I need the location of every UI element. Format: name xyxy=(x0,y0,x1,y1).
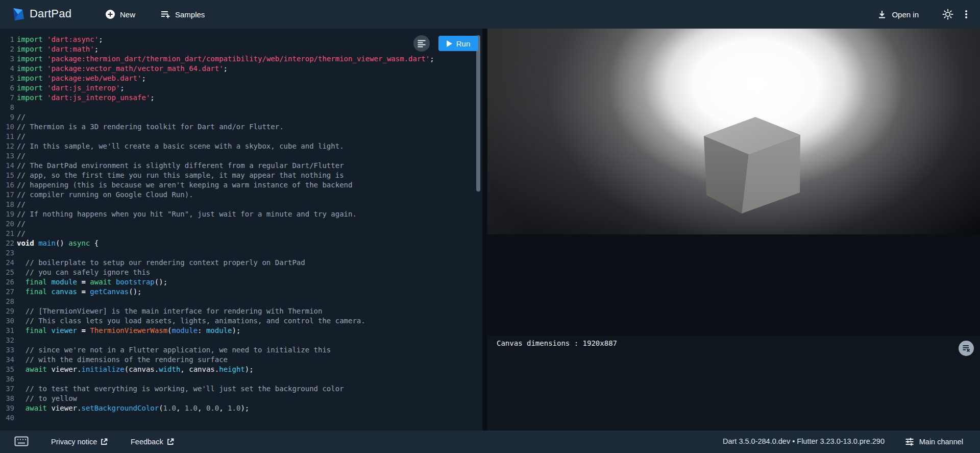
line-number: 20 xyxy=(0,219,14,229)
code-line: 24 // boilerplate to setup our rendering… xyxy=(0,258,434,268)
code-line: 9// xyxy=(0,112,434,122)
overflow-menu-button[interactable] xyxy=(961,9,972,20)
line-number: 29 xyxy=(0,306,14,316)
play-icon xyxy=(447,40,452,47)
code-line: 38 // to yellow xyxy=(0,394,434,403)
line-number: 24 xyxy=(0,258,14,268)
code-area: 1import 'dart:async';2import 'dart:math'… xyxy=(0,35,434,423)
code-line: 37 // to test that everything is working… xyxy=(0,384,434,394)
privacy-notice-label: Privacy notice xyxy=(51,438,97,446)
line-number: 17 xyxy=(0,190,14,200)
line-number: 23 xyxy=(0,248,14,258)
format-button[interactable] xyxy=(413,35,430,52)
add-circle-icon xyxy=(105,9,115,19)
line-number: 11 xyxy=(0,132,14,141)
playlist-add-icon xyxy=(160,9,170,19)
line-number: 32 xyxy=(0,336,14,345)
line-number: 5 xyxy=(0,74,14,83)
line-number: 14 xyxy=(0,161,14,171)
tune-icon xyxy=(905,437,914,446)
code-line: 28 xyxy=(0,297,434,306)
code-line: 16// happening (this is because we aren'… xyxy=(0,180,434,190)
theme-toggle-button[interactable] xyxy=(942,9,953,20)
line-number: 36 xyxy=(0,374,14,384)
line-number: 8 xyxy=(0,103,14,112)
code-line: 25 // you can safely ignore this xyxy=(0,268,434,277)
console-splitter-horizontal[interactable] xyxy=(487,329,980,336)
code-line: 13// xyxy=(0,151,434,161)
format-align-icon xyxy=(417,39,426,48)
code-line: 20// xyxy=(0,219,434,229)
clear-console-button[interactable] xyxy=(959,341,974,356)
line-number: 40 xyxy=(0,413,14,423)
code-line: 26 final module = await bootstrap(); xyxy=(0,277,434,287)
open-in-new-icon xyxy=(101,438,108,445)
feedback-link[interactable]: Feedback xyxy=(131,431,174,453)
open-in-label: Open in xyxy=(892,10,919,19)
sdk-version-text: Dart 3.5.0-284.0.dev • Flutter 3.23.0-13… xyxy=(723,437,885,445)
line-number: 7 xyxy=(0,93,14,103)
open-in-button[interactable]: Open in xyxy=(877,0,919,29)
download-icon xyxy=(877,9,887,19)
rendered-cube xyxy=(702,117,802,214)
code-line: 5import 'package:web/web.dart'; xyxy=(0,74,434,83)
line-number: 12 xyxy=(0,141,14,151)
line-number: 30 xyxy=(0,316,14,326)
code-line: 40 xyxy=(0,413,434,423)
clear-console-icon xyxy=(962,344,970,352)
samples-button[interactable]: Samples xyxy=(160,0,205,29)
code-line: 4import 'package:vector_math/vector_math… xyxy=(0,64,434,74)
code-line: 14// The DartPad environment is slightly… xyxy=(0,161,434,171)
code-line: 11// xyxy=(0,132,434,141)
line-number: 9 xyxy=(0,112,14,122)
code-editor[interactable]: 1import 'dart:async';2import 'dart:math'… xyxy=(0,29,482,431)
line-number: 4 xyxy=(0,64,14,74)
render-output-background xyxy=(487,234,980,329)
render-output-canvas xyxy=(487,29,980,234)
keyboard-shortcuts-button[interactable] xyxy=(14,436,29,446)
code-line: 1import 'dart:async'; xyxy=(0,35,434,44)
code-line: 23 xyxy=(0,248,434,258)
line-number: 31 xyxy=(0,326,14,336)
code-line: 15// app, so the first time you run this… xyxy=(0,171,434,180)
code-line: 10// Thermion is a 3D rendering toolkit … xyxy=(0,122,434,132)
run-button-label: Run xyxy=(456,39,471,48)
open-in-new-icon xyxy=(167,438,174,445)
channel-selector[interactable]: Main channel xyxy=(905,431,963,453)
run-button[interactable]: Run xyxy=(438,36,478,51)
code-line: 2import 'dart:math'; xyxy=(0,44,434,54)
code-line: 33 // since we're not in a Flutter appli… xyxy=(0,345,434,355)
line-number: 37 xyxy=(0,384,14,394)
line-number: 25 xyxy=(0,268,14,277)
code-line: 8 xyxy=(0,103,434,112)
code-line: 12// In this sample, we'll create a basi… xyxy=(0,141,434,151)
line-number: 26 xyxy=(0,277,14,287)
line-number: 15 xyxy=(0,171,14,180)
line-number: 21 xyxy=(0,229,14,239)
privacy-notice-link[interactable]: Privacy notice xyxy=(51,431,108,453)
code-line: 22void main() async { xyxy=(0,239,434,248)
code-line: 19// If nothing happens when you hit "Ru… xyxy=(0,209,434,219)
line-number: 2 xyxy=(0,44,14,54)
code-line: 35 await viewer.initialize(canvas.width,… xyxy=(0,365,434,374)
code-line: 6import 'dart:js_interop'; xyxy=(0,83,434,93)
line-number: 3 xyxy=(0,54,14,64)
code-line: 34 // with the dimensions of the renderi… xyxy=(0,355,434,365)
line-number: 16 xyxy=(0,180,14,190)
dartpad-logo-icon xyxy=(10,7,26,22)
line-number: 38 xyxy=(0,394,14,403)
samples-button-label: Samples xyxy=(175,10,205,19)
line-number: 19 xyxy=(0,209,14,219)
line-number: 27 xyxy=(0,287,14,297)
code-line: 21// xyxy=(0,229,434,239)
line-number: 22 xyxy=(0,239,14,248)
panel-splitter-vertical[interactable] xyxy=(482,29,487,431)
code-line: 27 final canvas = getCanvas(); xyxy=(0,287,434,297)
new-button[interactable]: New xyxy=(105,0,135,29)
line-number: 34 xyxy=(0,355,14,365)
code-line: 39 await viewer.setBackgroundColor(1.0, … xyxy=(0,403,434,413)
status-bar: Privacy notice Feedback Dart 3.5.0-284.0… xyxy=(0,431,980,453)
code-line: 18// xyxy=(0,200,434,209)
line-number: 13 xyxy=(0,151,14,161)
editor-scrollbar[interactable] xyxy=(476,35,480,192)
